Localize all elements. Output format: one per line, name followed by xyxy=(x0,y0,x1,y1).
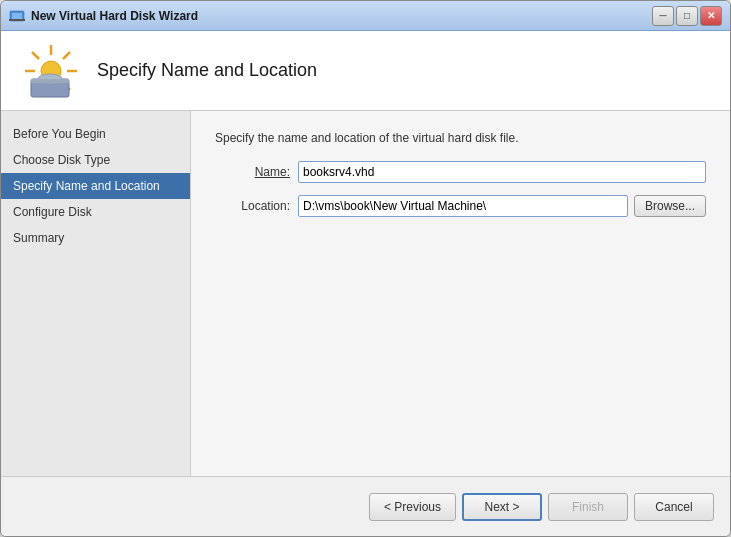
window-controls: ─ □ ✕ xyxy=(652,6,722,26)
sidebar-item-configure-disk[interactable]: Configure Disk xyxy=(1,199,190,225)
window-title: New Virtual Hard Disk Wizard xyxy=(31,9,652,23)
name-label: Name: xyxy=(215,165,290,179)
svg-rect-14 xyxy=(31,79,69,83)
title-bar: New Virtual Hard Disk Wizard ─ □ ✕ xyxy=(1,1,730,31)
name-input[interactable] xyxy=(298,161,706,183)
app-icon xyxy=(9,8,25,24)
svg-rect-1 xyxy=(12,13,22,19)
wizard-window: New Virtual Hard Disk Wizard ─ □ ✕ xyxy=(0,0,731,537)
content-description: Specify the name and location of the vir… xyxy=(215,131,706,145)
svg-line-7 xyxy=(32,52,39,59)
finish-button[interactable]: Finish xyxy=(548,493,628,521)
wizard-header: Specify Name and Location xyxy=(1,31,730,111)
next-button[interactable]: Next > xyxy=(462,493,542,521)
previous-button[interactable]: < Previous xyxy=(369,493,456,521)
content-panel: Specify the name and location of the vir… xyxy=(191,111,730,476)
name-form-group: Name: xyxy=(215,161,706,183)
cancel-button[interactable]: Cancel xyxy=(634,493,714,521)
maximize-button[interactable]: □ xyxy=(676,6,698,26)
wizard-header-icon xyxy=(21,41,81,101)
svg-rect-2 xyxy=(9,19,25,21)
location-form-group: Location: Browse... xyxy=(215,195,706,217)
wizard-footer: < Previous Next > Finish Cancel xyxy=(1,476,730,536)
sidebar-item-before-you-begin[interactable]: Before You Begin xyxy=(1,121,190,147)
sidebar-item-specify-name-location[interactable]: Specify Name and Location xyxy=(1,173,190,199)
close-button[interactable]: ✕ xyxy=(700,6,722,26)
sidebar-item-summary[interactable]: Summary xyxy=(1,225,190,251)
main-content: Before You Begin Choose Disk Type Specif… xyxy=(1,111,730,476)
sidebar: Before You Begin Choose Disk Type Specif… xyxy=(1,111,191,476)
browse-button[interactable]: Browse... xyxy=(634,195,706,217)
svg-line-9 xyxy=(63,52,70,59)
location-input[interactable] xyxy=(298,195,628,217)
location-label: Location: xyxy=(215,199,290,213)
sidebar-item-choose-disk-type[interactable]: Choose Disk Type xyxy=(1,147,190,173)
minimize-button[interactable]: ─ xyxy=(652,6,674,26)
page-title: Specify Name and Location xyxy=(97,60,317,81)
